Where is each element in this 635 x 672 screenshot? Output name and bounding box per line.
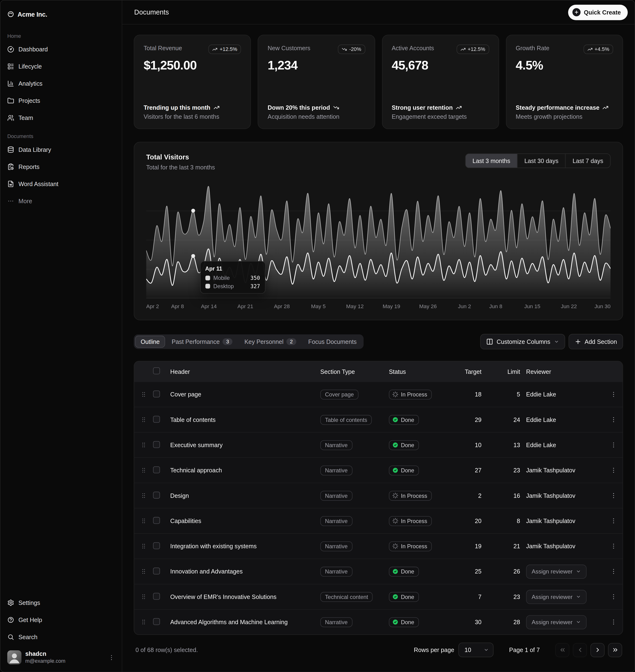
section-title-link[interactable]: Technical approach (170, 467, 320, 474)
customize-columns-button[interactable]: Customize Columns (480, 334, 565, 349)
section-title-link[interactable]: Capabilities (170, 517, 320, 524)
section-title-link[interactable]: Overview of EMR's Innovative Solutions (170, 593, 320, 600)
sidebar-item-search[interactable]: Search (4, 630, 118, 644)
target-value[interactable]: 20 (453, 517, 487, 524)
drag-handle[interactable] (134, 391, 153, 398)
section-title-link[interactable]: Integration with existing systems (170, 543, 320, 550)
drag-handle[interactable] (134, 568, 153, 575)
target-value[interactable]: 19 (453, 543, 487, 550)
row-actions-button[interactable] (603, 543, 623, 550)
tab-outline[interactable]: Outline (135, 336, 165, 348)
row-checkbox[interactable] (153, 416, 160, 423)
tab-past-performance[interactable]: Past Performance3 (166, 336, 238, 348)
row-checkbox[interactable] (153, 567, 160, 574)
drag-handle[interactable] (134, 467, 153, 474)
row-checkbox[interactable] (153, 618, 160, 625)
row-checkbox[interactable] (153, 517, 160, 524)
row-checkbox[interactable] (153, 390, 160, 397)
limit-value[interactable]: 23 (487, 467, 526, 474)
section-title-link[interactable]: Innovation and Advantages (170, 568, 320, 575)
row-actions-button[interactable] (603, 492, 623, 499)
drag-handle[interactable] (134, 492, 153, 499)
limit-value[interactable]: 24 (487, 416, 526, 423)
target-value[interactable]: 2 (453, 492, 487, 499)
sidebar-item-lifecycle[interactable]: Lifecycle (4, 60, 118, 73)
assign-reviewer-select[interactable]: Assign reviewer (526, 615, 587, 629)
sidebar-item-projects[interactable]: Projects (4, 94, 118, 108)
row-actions-button[interactable] (603, 442, 623, 449)
sidebar-item-analytics[interactable]: Analytics (4, 76, 118, 90)
sidebar-item-dashboard[interactable]: Dashboard (4, 42, 118, 56)
row-checkbox[interactable] (153, 491, 160, 498)
section-title-link[interactable]: Executive summary (170, 442, 320, 449)
sidebar-item-data-library[interactable]: Data Library (4, 143, 118, 157)
row-actions-button[interactable] (603, 619, 623, 626)
limit-value[interactable]: 8 (487, 517, 526, 524)
section-title-link[interactable]: Design (170, 492, 320, 499)
section-title-link[interactable]: Cover page (170, 391, 320, 398)
chart-column-icon (7, 80, 14, 87)
next-page-button[interactable] (591, 643, 605, 657)
row-checkbox[interactable] (153, 441, 160, 448)
drag-handle[interactable] (134, 543, 153, 550)
target-value[interactable]: 10 (453, 442, 487, 449)
limit-value[interactable]: 26 (487, 568, 526, 575)
target-value[interactable]: 25 (453, 568, 487, 575)
first-page-button[interactable] (555, 643, 569, 657)
row-actions-button[interactable] (603, 593, 623, 600)
section-title-link[interactable]: Table of contents (170, 416, 320, 423)
done-check-icon (392, 467, 398, 473)
row-actions-button[interactable] (603, 416, 623, 423)
limit-value[interactable]: 5 (487, 391, 526, 398)
range-option-last-3-months[interactable]: Last 3 months (466, 154, 517, 168)
row-checkbox[interactable] (153, 466, 160, 473)
target-value[interactable]: 27 (453, 467, 487, 474)
limit-value[interactable]: 23 (487, 593, 526, 600)
target-value[interactable]: 18 (453, 391, 487, 398)
last-page-button[interactable] (608, 643, 622, 657)
section-title-link[interactable]: Advanced Algorithms and Machine Learning (170, 619, 320, 626)
assign-reviewer-select[interactable]: Assign reviewer (526, 590, 587, 604)
select-all-checkbox[interactable] (153, 367, 160, 374)
sidebar-item-team[interactable]: Team (4, 111, 118, 125)
limit-value[interactable]: 21 (487, 543, 526, 550)
sidebar-item-reports[interactable]: Reports (4, 160, 118, 174)
row-checkbox[interactable] (153, 593, 160, 600)
trend-up-icon (212, 47, 218, 52)
row-actions-button[interactable] (603, 517, 623, 524)
drag-handle[interactable] (134, 517, 153, 524)
add-section-button[interactable]: Add Section (568, 334, 623, 349)
row-actions-button[interactable] (603, 568, 623, 575)
limit-value[interactable]: 28 (487, 619, 526, 626)
drag-handle[interactable] (134, 593, 153, 600)
user-menu-icon[interactable] (108, 654, 115, 661)
stat-footer-muted: Engagement exceed targets (392, 113, 489, 120)
sidebar-item-label: Analytics (18, 80, 42, 87)
drag-handle[interactable] (134, 442, 153, 449)
sidebar-item-more[interactable]: More (4, 194, 118, 208)
tab-focus-documents[interactable]: Focus Documents (303, 336, 362, 348)
range-option-last-30-days[interactable]: Last 30 days (517, 154, 565, 168)
rows-per-page-select[interactable]: 10 (458, 643, 494, 657)
reviewer-name: Eddie Lake (526, 442, 556, 449)
sidebar-item-get-help[interactable]: Get Help (4, 613, 118, 627)
target-value[interactable]: 7 (453, 593, 487, 600)
quick-create-button[interactable]: Quick Create (568, 4, 628, 20)
row-checkbox[interactable] (153, 542, 160, 549)
org-switcher[interactable]: Acme Inc. (4, 4, 118, 24)
assign-reviewer-select[interactable]: Assign reviewer (526, 564, 587, 579)
limit-value[interactable]: 13 (487, 442, 526, 449)
limit-value[interactable]: 16 (487, 492, 526, 499)
range-option-last-7-days[interactable]: Last 7 days (565, 154, 610, 168)
sidebar-item-settings[interactable]: Settings (4, 596, 118, 610)
drag-handle[interactable] (134, 416, 153, 423)
target-value[interactable]: 29 (453, 416, 487, 423)
row-actions-button[interactable] (603, 391, 623, 398)
row-actions-button[interactable] (603, 467, 623, 474)
drag-handle[interactable] (134, 619, 153, 626)
tab-key-personnel[interactable]: Key Personnel2 (239, 336, 302, 348)
user-menu[interactable]: shadcn m@example.com (4, 647, 118, 668)
sidebar-item-word-assistant[interactable]: Word Assistant (4, 177, 118, 191)
prev-page-button[interactable] (573, 643, 587, 657)
target-value[interactable]: 30 (453, 619, 487, 626)
